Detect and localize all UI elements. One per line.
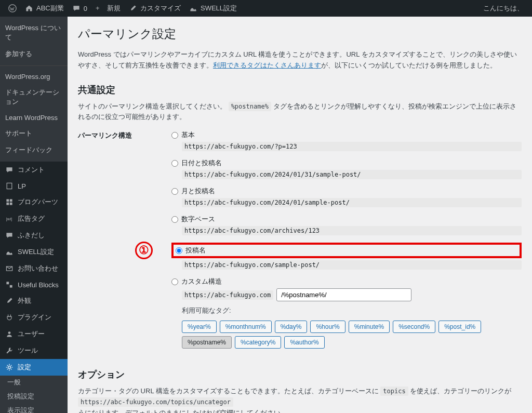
gear-icon <box>5 363 14 371</box>
permalink-radio[interactable] <box>171 132 178 139</box>
permalink-example-url: https://abc-fukugyo.com/2024/01/sample-p… <box>182 198 522 207</box>
wordpress-logo-menu[interactable] <box>4 4 21 12</box>
tag-button[interactable]: %day% <box>275 321 308 333</box>
permalink-structure-label: パーマリンク構造 <box>78 129 171 140</box>
svg-point-0 <box>9 5 16 12</box>
sidebar-item-plug[interactable]: プラグイン <box>0 309 68 326</box>
permalink-radio[interactable] <box>171 278 178 285</box>
sidebar-sub-投稿設定[interactable]: 投稿設定 <box>0 390 68 404</box>
permalink-radio[interactable] <box>176 247 182 254</box>
comments-link[interactable]: 0 <box>68 4 91 12</box>
sidebar-item-comment[interactable]: コメント <box>0 162 68 178</box>
svg-rect-4 <box>6 203 9 205</box>
sidebar-docs[interactable]: ドキュメンテーション <box>0 84 68 110</box>
permalink-option-label: 数字ベース <box>181 215 215 224</box>
permalink-option-label: 投稿名 <box>185 246 206 255</box>
tag-button[interactable]: %second% <box>393 321 435 333</box>
new-content-link[interactable]: + 新規 <box>91 4 125 13</box>
custom-structure-line: https://abc-fukugyo.com <box>182 288 522 301</box>
permalink-example-url: https://abc-fukugyo.com/?p=123 <box>182 142 522 151</box>
greeting-label: こんにちは、 <box>483 4 524 13</box>
swell-settings-link[interactable]: SWELL設定 <box>185 4 241 13</box>
tag-button[interactable]: %post_id% <box>438 321 481 333</box>
sidebar-item-gear[interactable]: 設定 <box>0 359 68 376</box>
wordpress-icon <box>8 4 17 12</box>
tag-button[interactable]: %monthnum% <box>220 321 272 333</box>
options-desc: カテゴリー・タグの URL 構造をカスタマイズすることもできます。たとえば、カテ… <box>78 386 522 413</box>
sidebar-item-swell[interactable]: SWELL設定 <box>0 244 68 260</box>
sidebar-item-label: ふきだし <box>18 231 45 240</box>
permalink-option: 数字ベースhttps://abc-fukugyo.com/archives/12… <box>171 215 522 235</box>
permalink-option: 投稿名①https://abc-fukugyo.com/sample-post/ <box>171 243 522 270</box>
sidebar-learn[interactable]: Learn WordPress <box>0 110 68 125</box>
permalink-option-radio-line[interactable]: 基本 <box>171 130 522 140</box>
sidebar-sub-表示設定[interactable]: 表示設定 <box>0 404 68 413</box>
sidebar-item-page[interactable]: LP <box>0 178 68 194</box>
permalink-radio[interactable] <box>171 160 178 167</box>
sidebar-item-chat[interactable]: ふきだし <box>0 227 68 244</box>
plug-icon <box>5 313 14 322</box>
user-icon <box>5 330 14 338</box>
tags-help-link[interactable]: 利用できるタグはたくさんあります <box>213 61 321 69</box>
topics-url-code: https://abc-fukugyo.com/topics/uncategor <box>78 397 233 407</box>
site-name: ABC副業 <box>36 4 64 13</box>
permalink-structure-row: パーマリンク構造 基本https://abc-fukugyo.com/?p=12… <box>78 129 522 356</box>
customize-label: カスタマイズ <box>140 4 181 13</box>
sidebar-wporg[interactable]: WordPress.org <box>0 69 68 84</box>
brush-icon <box>5 297 14 305</box>
permalink-radio[interactable] <box>171 188 178 195</box>
site-name-link[interactable]: ABC副業 <box>21 4 68 13</box>
permalink-option: 基本https://abc-fukugyo.com/?p=123 <box>171 130 522 151</box>
sidebar-item-blocks[interactable]: Useful Blocks <box>0 277 68 292</box>
permalink-option: 月と投稿名https://abc-fukugyo.com/2024/01/sam… <box>171 186 522 207</box>
permalink-option-radio-line[interactable]: 月と投稿名 <box>171 186 522 196</box>
custom-structure-input[interactable] <box>276 288 411 301</box>
brush-icon <box>129 4 137 12</box>
tag-button[interactable]: %postname% <box>182 336 232 349</box>
page-icon <box>5 182 14 190</box>
sidebar-item-label: お問い合わせ <box>18 264 58 273</box>
chat-icon <box>5 231 14 239</box>
sidebar-item-label: ブログパーツ <box>18 197 58 207</box>
permalink-option-radio-line[interactable]: カスタム構造 <box>171 277 522 286</box>
sidebar-item-grid[interactable]: ブログパーツ <box>0 194 68 210</box>
permalink-option-label: カスタム構造 <box>181 277 222 286</box>
sidebar-item-tool[interactable]: ツール <box>0 342 68 359</box>
sidebar-item-label: Useful Blocks <box>18 281 59 289</box>
comment-icon <box>5 166 14 174</box>
comment-icon <box>72 4 81 12</box>
common-settings-desc: サイトのパーマリンク構造を選択してください。 %postname% タグを含める… <box>78 101 522 123</box>
sidebar-sub-一般[interactable]: 一般 <box>0 376 68 390</box>
greeting-link[interactable]: こんにちは、 <box>479 4 528 13</box>
custom-prefix: https://abc-fukugyo.com <box>182 290 273 300</box>
sidebar-get-involved[interactable]: 参加する <box>0 46 68 62</box>
customize-link[interactable]: カスタマイズ <box>125 4 185 13</box>
tag-button[interactable]: %year% <box>182 321 217 333</box>
tag-button[interactable]: %minute% <box>349 321 390 333</box>
permalink-option-radio-line[interactable]: 日付と投稿名 <box>171 158 522 168</box>
sidebar-item-brush[interactable]: 外観 <box>0 292 68 309</box>
sidebar-item-label: ユーザー <box>18 329 45 339</box>
available-tags-label: 利用可能なタグ: <box>182 307 522 315</box>
mail-icon <box>5 264 14 273</box>
permalink-radio[interactable] <box>171 216 178 223</box>
sidebar-item-label: コメント <box>18 165 45 175</box>
sidebar-support[interactable]: サポート <box>0 125 68 142</box>
sidebar-item-mail[interactable]: お問い合わせ <box>0 260 68 277</box>
sidebar-item-label: プラグイン <box>18 313 51 322</box>
sidebar-item-label: 広告タグ <box>18 214 45 223</box>
sidebar-about-wordpress[interactable]: WordPress について <box>0 20 68 46</box>
page-title: パーマリンク設定 <box>78 26 522 42</box>
sidebar-item-ad[interactable]: [ad]広告タグ <box>0 210 68 227</box>
svg-rect-2 <box>6 199 9 202</box>
permalink-option-radio-line[interactable]: 数字ベース <box>171 215 522 224</box>
sidebar-item-label: SWELL設定 <box>18 247 54 257</box>
tag-button[interactable]: %category% <box>235 336 281 349</box>
sidebar-item-label: 外観 <box>18 296 31 305</box>
permalink-example-url: https://abc-fukugyo.com/archives/123 <box>182 226 522 235</box>
permalink-option-radio-line[interactable]: 投稿名 <box>176 246 206 255</box>
sidebar-feedback[interactable]: フィードバック <box>0 142 68 158</box>
sidebar-item-user[interactable]: ユーザー <box>0 326 68 342</box>
tag-button[interactable]: %hour% <box>310 321 345 333</box>
tag-button[interactable]: %author% <box>284 336 324 349</box>
